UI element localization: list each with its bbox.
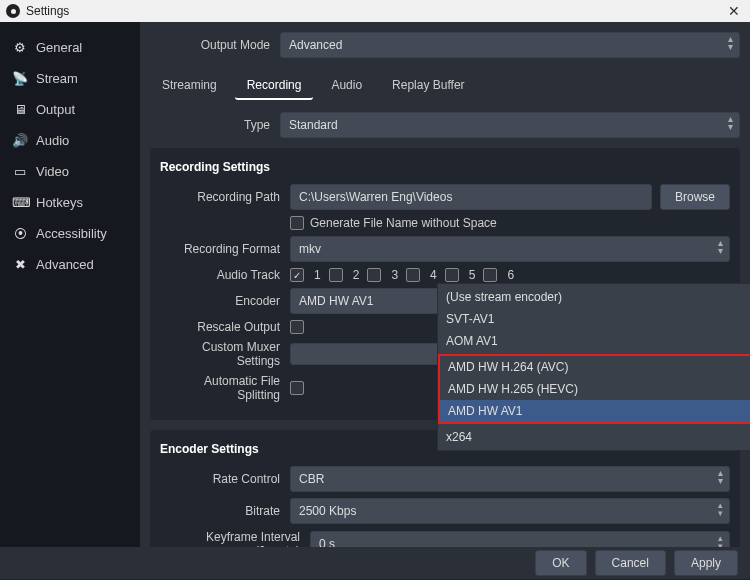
sidebar: ⚙General 📡Stream 🖥Output 🔊Audio ▭Video ⌨… [0,22,140,547]
tab-replay-buffer[interactable]: Replay Buffer [380,72,477,100]
highlighted-group: AMD HW H.264 (AVC) AMD HW H.265 (HEVC) A… [438,354,750,424]
cancel-button[interactable]: Cancel [595,550,666,576]
sidebar-item-general[interactable]: ⚙General [0,32,140,63]
encoder-option-selected[interactable]: AMD HW AV1 [440,400,750,422]
stepper-icon[interactable]: ▴▾ [718,501,723,517]
sidebar-item-output[interactable]: 🖥Output [0,94,140,125]
stepper-icon[interactable]: ▴▾ [718,534,723,547]
browse-button[interactable]: Browse [660,184,730,210]
audio-track-1[interactable]: ✓1 [290,268,321,282]
sidebar-item-label: Accessibility [36,226,107,241]
no-space-checkbox[interactable]: Generate File Name without Space [290,216,497,230]
output-mode-select[interactable]: Advanced ▴▾ [280,32,740,58]
audio-track-4[interactable]: 4 [406,268,437,282]
sidebar-item-label: Audio [36,133,69,148]
output-tabs: Streaming Recording Audio Replay Buffer [150,72,740,100]
video-icon: ▭ [12,164,28,179]
auto-split-checkbox[interactable] [290,381,304,395]
output-mode-label: Output Mode [150,38,280,52]
rate-control-select[interactable]: CBR ▴▾ [290,466,730,492]
monitor-icon: 🖥 [12,102,28,117]
rescale-checkbox[interactable] [290,320,304,334]
sidebar-item-label: Video [36,164,69,179]
audio-track-5[interactable]: 5 [445,268,476,282]
sidebar-item-hotkeys[interactable]: ⌨Hotkeys [0,187,140,218]
sidebar-item-label: Hotkeys [36,195,83,210]
recording-path-label: Recording Path [160,190,290,204]
rate-control-label: Rate Control [160,472,290,486]
audio-track-2[interactable]: 2 [329,268,360,282]
custom-muxer-label: Custom Muxer Settings [160,340,290,368]
rescale-output-label: Rescale Output [160,320,290,334]
keyframe-input[interactable]: 0 s ▴▾ [310,531,730,547]
audio-track-group: ✓1 2 3 4 5 6 [290,268,514,282]
encoder-option[interactable]: x264 [438,426,750,448]
encoder-option[interactable]: SVT-AV1 [438,308,750,330]
sidebar-item-label: Stream [36,71,78,86]
recording-settings-heading: Recording Settings [160,160,730,174]
chevron-updown-icon: ▴▾ [728,35,733,51]
antenna-icon: 📡 [12,71,28,86]
recording-format-label: Recording Format [160,242,290,256]
window-title: Settings [26,4,724,18]
tab-audio[interactable]: Audio [319,72,374,100]
audio-track-3[interactable]: 3 [367,268,398,282]
sidebar-item-stream[interactable]: 📡Stream [0,63,140,94]
audio-track-label: Audio Track [160,268,290,282]
gear-icon: ⚙ [12,40,28,55]
bitrate-input[interactable]: 2500 Kbps ▴▾ [290,498,730,524]
sidebar-item-advanced[interactable]: ✖Advanced [0,249,140,280]
encoder-label: Encoder [160,294,290,308]
apply-button[interactable]: Apply [674,550,738,576]
tab-streaming[interactable]: Streaming [150,72,229,100]
chevron-updown-icon: ▴▾ [728,115,733,131]
app-icon [6,4,20,18]
sidebar-item-label: Advanced [36,257,94,272]
footer: OK Cancel Apply [0,547,750,579]
encoder-option[interactable]: AMD HW H.264 (AVC) [440,356,750,378]
sidebar-item-label: General [36,40,82,55]
checkbox-icon [290,216,304,230]
sidebar-item-audio[interactable]: 🔊Audio [0,125,140,156]
type-label: Type [150,118,280,132]
bitrate-label: Bitrate [160,504,290,518]
speaker-icon: 🔊 [12,133,28,148]
keyframe-label: Keyframe Interval (0=auto) [160,530,310,547]
encoder-dropdown[interactable]: (Use stream encoder) SVT-AV1 AOM AV1 AMD… [437,283,750,451]
encoder-option[interactable]: AOM AV1 [438,330,750,352]
tab-recording[interactable]: Recording [235,72,314,100]
sidebar-item-video[interactable]: ▭Video [0,156,140,187]
audio-track-6[interactable]: 6 [483,268,514,282]
sidebar-item-accessibility[interactable]: ⦿Accessibility [0,218,140,249]
encoder-option[interactable]: AMD HW H.265 (HEVC) [440,378,750,400]
type-select[interactable]: Standard ▴▾ [280,112,740,138]
recording-path-input[interactable]: C:\Users\Warren Eng\Videos [290,184,652,210]
tools-icon: ✖ [12,257,28,272]
auto-split-label: Automatic File Splitting [160,374,290,402]
titlebar: Settings ✕ [0,0,750,22]
chevron-updown-icon: ▴▾ [718,469,723,485]
chevron-updown-icon: ▴▾ [718,239,723,255]
recording-format-select[interactable]: mkv ▴▾ [290,236,730,262]
sidebar-item-label: Output [36,102,75,117]
close-icon[interactable]: ✕ [724,3,744,19]
main-panel: Output Mode Advanced ▴▾ Streaming Record… [140,22,750,547]
ok-button[interactable]: OK [535,550,586,576]
keyboard-icon: ⌨ [12,195,28,210]
accessibility-icon: ⦿ [12,226,28,241]
encoder-option[interactable]: (Use stream encoder) [438,286,750,308]
